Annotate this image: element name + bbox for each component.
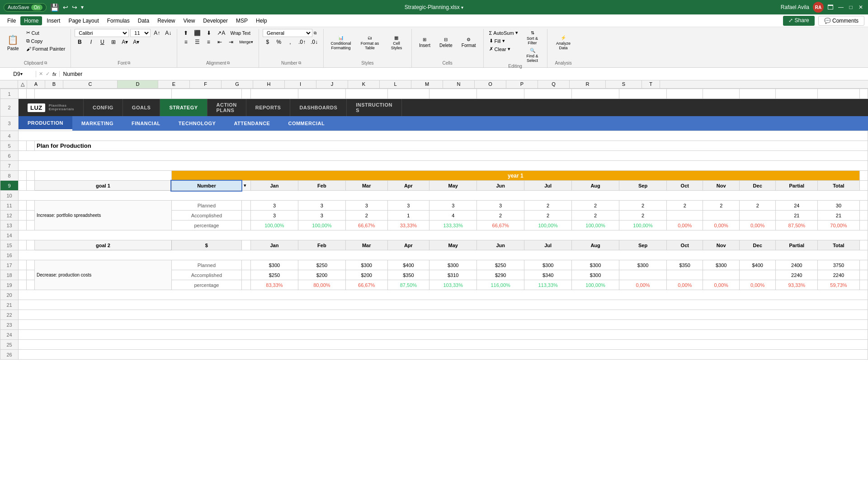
nav-tab-production[interactable]: PRODUCTION <box>19 116 72 131</box>
menu-msp[interactable]: MSP <box>232 16 251 25</box>
align-right-button[interactable]: ≡ <box>203 38 213 46</box>
indent-increase-button[interactable]: ⇥ <box>226 38 236 46</box>
sort-filter-button[interactable]: ⇅ Sort & Filter <box>522 29 543 46</box>
align-left-button[interactable]: ≡ <box>181 38 191 46</box>
insert-button[interactable]: ⊞ Insert <box>415 29 434 56</box>
col-header-M[interactable]: M <box>411 80 443 88</box>
nav-tab-commercial[interactable]: COMMERCIAL <box>279 116 334 131</box>
comma-button[interactable]: , <box>285 38 295 46</box>
col-header-O[interactable]: O <box>475 80 506 88</box>
bold-button[interactable]: B <box>75 38 85 46</box>
col-header-T[interactable]: T <box>642 80 660 88</box>
formula-confirm-icon[interactable]: ✓ <box>46 71 50 77</box>
col-header-expand[interactable]: △ <box>18 80 27 88</box>
col-header-E[interactable]: E <box>158 80 190 88</box>
align-center-button[interactable]: ☰ <box>192 38 202 46</box>
save-icon[interactable]: 💾 <box>50 3 59 12</box>
decimal-increase-button[interactable]: .0↑ <box>297 38 307 46</box>
font-name-select[interactable]: Calibri <box>75 29 129 37</box>
menu-developer[interactable]: Developer <box>199 16 231 25</box>
nav-tab-config[interactable]: CONFIG <box>84 99 123 116</box>
cut-button[interactable]: ✂ Cut <box>24 29 67 37</box>
align-top-button[interactable]: ⬆ <box>181 29 191 37</box>
col-header-L[interactable]: L <box>380 80 411 88</box>
col-header-B[interactable]: B <box>45 80 63 88</box>
orientation-button[interactable]: ↗A <box>215 29 227 37</box>
menu-data[interactable]: Data <box>134 16 153 25</box>
customize-icon[interactable]: ▾ <box>81 4 84 10</box>
close-button[interactable]: ✕ <box>857 4 864 11</box>
nav-tab-reports[interactable]: REPORTS <box>246 99 291 116</box>
wrap-text-button[interactable]: Wrap Text <box>228 30 252 37</box>
autosave-toggle[interactable]: On <box>31 5 42 10</box>
underline-button[interactable]: U <box>97 38 107 46</box>
number-format-select[interactable]: General <box>263 29 312 37</box>
indent-decrease-button[interactable]: ⇤ <box>215 38 225 46</box>
undo-icon[interactable]: ↩ <box>63 4 68 11</box>
cell-ref-dropdown[interactable]: ▾ <box>20 71 23 76</box>
cell-reference-box[interactable]: D9 ▾ <box>0 71 36 77</box>
col-header-H[interactable]: H <box>253 80 285 88</box>
col-header-Q[interactable]: Q <box>538 80 570 88</box>
conditional-formatting-button[interactable]: 📊 Conditional Formatting <box>327 29 354 56</box>
decimal-decrease-button[interactable]: .0↓ <box>309 38 320 46</box>
col-header-D[interactable]: D <box>118 80 158 88</box>
format-as-table-button[interactable]: 🗂 Format as Table <box>356 29 383 56</box>
minimize-button[interactable]: — <box>837 4 844 11</box>
col-header-C[interactable]: C <box>63 80 118 88</box>
redo-icon[interactable]: ↪ <box>72 4 77 11</box>
menu-home[interactable]: Home <box>20 16 42 25</box>
nav-tab-attendance[interactable]: ATTENDANCE <box>225 116 279 131</box>
nav-tab-marketing[interactable]: MARKETING <box>72 116 123 131</box>
italic-button[interactable]: I <box>86 38 96 46</box>
currency-button[interactable]: $ <box>263 38 273 46</box>
col-header-R[interactable]: R <box>570 80 606 88</box>
font-size-select[interactable]: 11 <box>130 29 151 37</box>
delete-button[interactable]: ⊟ Delete <box>436 29 456 56</box>
border-button[interactable]: ⊞ <box>108 38 118 46</box>
align-middle-button[interactable]: ⬛ <box>192 29 203 37</box>
formula-cancel-icon[interactable]: ✕ <box>39 71 43 77</box>
clear-button[interactable]: ✗ Clear▾ <box>487 45 520 53</box>
paste-button[interactable]: 📋 Paste <box>4 29 23 56</box>
nav-tab-goals[interactable]: GOALS <box>123 99 160 116</box>
col-header-N[interactable]: N <box>443 80 475 88</box>
col-header-J[interactable]: J <box>316 80 348 88</box>
font-decrease-button[interactable]: A↓ <box>163 29 173 37</box>
menu-view[interactable]: View <box>180 16 199 25</box>
nav-tab-action-plans[interactable]: ACTIONPLANS <box>208 99 246 116</box>
goal1-metric[interactable]: Number <box>171 181 241 191</box>
fill-button[interactable]: ⬇ Fill▾ <box>487 37 520 45</box>
comments-button[interactable]: 💬 Comments <box>818 16 864 26</box>
share-button[interactable]: ⤢ Share <box>783 16 814 26</box>
formula-input[interactable] <box>60 71 868 77</box>
autosave-badge[interactable]: AutoSave On <box>4 3 47 12</box>
formula-insert-icon[interactable]: fx <box>52 71 57 77</box>
font-expand-icon[interactable]: ⧉ <box>127 61 130 66</box>
nav-tab-luz[interactable]: LUZ PlanilhasEmpresariais <box>19 99 84 116</box>
menu-page-layout[interactable]: Page Layout <box>65 16 102 25</box>
font-color-button[interactable]: A▾ <box>131 38 141 46</box>
menu-formulas[interactable]: Formulas <box>104 16 133 25</box>
col-header-F[interactable]: F <box>190 80 222 88</box>
nav-tab-financial[interactable]: FINANCIAL <box>123 116 170 131</box>
nav-tab-strategy[interactable]: STRATEGY <box>160 99 207 116</box>
analyze-data-button[interactable]: ⚡ Analyze Data <box>551 29 576 56</box>
menu-insert[interactable]: Insert <box>43 16 64 25</box>
col-header-A[interactable]: A <box>27 80 45 88</box>
menu-help[interactable]: Help <box>252 16 271 25</box>
col-header-K[interactable]: K <box>348 80 380 88</box>
dropdown-icon[interactable]: ▾ <box>461 5 463 10</box>
menu-file[interactable]: File <box>4 16 19 25</box>
autosum-button[interactable]: Σ AutoSum▾ <box>487 29 520 37</box>
copy-button[interactable]: ⧉ Copy <box>24 37 67 45</box>
col-header-G[interactable]: G <box>222 80 253 88</box>
sheet-area[interactable]: 1 2 LUZ PlanilhasEmpresariais <box>0 89 868 488</box>
nav-tab-technology[interactable]: TECHNOLOGY <box>170 116 225 131</box>
clipboard-expand-icon[interactable]: ⧉ <box>44 61 47 66</box>
ribbon-toggle-icon[interactable]: 🗖 <box>827 4 834 11</box>
percent-button[interactable]: % <box>274 38 284 46</box>
find-select-button[interactable]: 🔍 Find & Select <box>522 47 543 64</box>
align-bottom-button[interactable]: ⬇ <box>204 29 214 37</box>
format-painter-button[interactable]: 🖌 Format Painter <box>24 45 67 52</box>
